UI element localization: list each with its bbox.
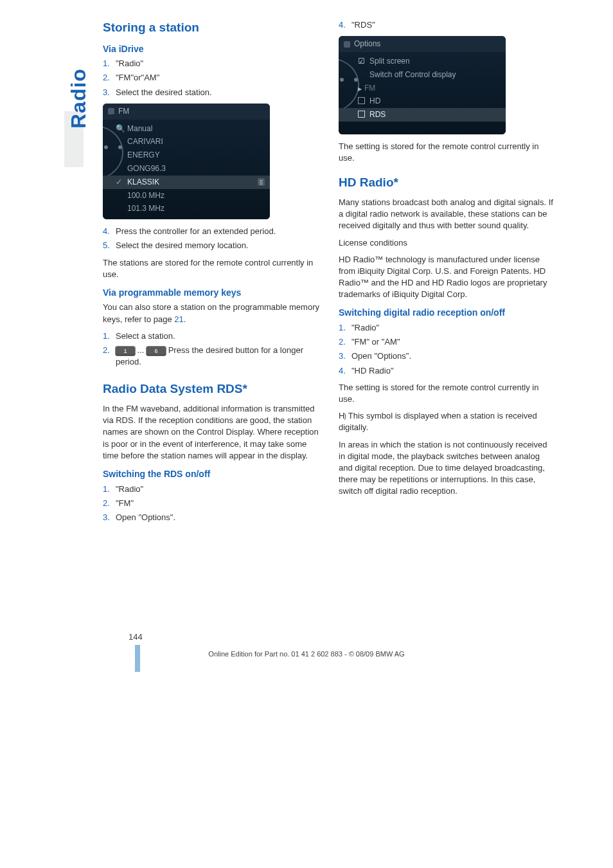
figure-row-fm: ▶FM xyxy=(339,82,506,95)
list-item: 1.Select a station. xyxy=(103,330,319,342)
figure-row-label: CARIVARI xyxy=(127,137,163,146)
figure-row-label: HD xyxy=(369,96,380,105)
figure-row-manual: 🔍Manual xyxy=(103,122,270,136)
step-number: 4. xyxy=(103,226,116,237)
figure-row: 101.3 MHz xyxy=(103,202,270,215)
step-number: 1. xyxy=(339,322,351,334)
step-text: Select a station. xyxy=(116,330,319,342)
figure-row-label: Split screen xyxy=(369,57,410,66)
memory-key-6-icon: 6 xyxy=(147,347,166,356)
step-number: 2. xyxy=(103,72,116,84)
antenna-icon xyxy=(108,108,114,114)
step-text: Select the desired memory location. xyxy=(116,240,319,251)
hd-p2: License conditions xyxy=(339,237,555,249)
side-tab: Radio xyxy=(64,68,93,129)
list-item: 1."Radio" xyxy=(103,484,319,495)
list-item: 5.Select the desired memory location. xyxy=(103,240,319,251)
gear-icon xyxy=(344,41,350,48)
step-number: 1. xyxy=(103,58,116,69)
step-number: 4. xyxy=(339,365,351,377)
list-item: 3.Open "Options". xyxy=(339,350,555,362)
figure-options-menu: Options ☑Split screen Switch off Control… xyxy=(339,36,506,134)
list-item: 3.Open "Options". xyxy=(103,512,319,523)
list-item: 2. 1 ... 6 Press the desired button for … xyxy=(103,345,319,368)
fig2-after: The setting is stored for the remote con… xyxy=(339,141,555,164)
figure-row-label: Switch off Control display xyxy=(369,70,456,79)
list-item: 4.Press the controller for an extended p… xyxy=(103,226,319,237)
hd-icon-line: H)This symbol is displayed when a statio… xyxy=(339,410,555,433)
sd-icon: ▯ xyxy=(258,178,265,186)
figure-row-label: 101.3 MHz xyxy=(127,204,164,213)
step-text: 1 ... 6 Press the desired button for a l… xyxy=(116,345,319,368)
list-item: 4."RDS" xyxy=(339,19,555,31)
ellipsis: ... xyxy=(135,345,147,355)
list-item: 2."FM" xyxy=(103,498,319,509)
checked-box-icon: ☑ xyxy=(358,56,365,67)
step-number: 3. xyxy=(103,512,116,523)
figure-row: CARIVARI xyxy=(103,135,270,149)
figure-row-split-screen: ☑Split screen xyxy=(339,55,506,68)
hd-after2: In areas in which the station is not con… xyxy=(339,439,555,498)
triangle-right-icon: ▶ xyxy=(358,86,362,92)
step-text: "Radio" xyxy=(116,484,319,495)
figure-row-hd: HD xyxy=(339,95,506,108)
figure-row-selected: ✓KLASSIK▯ xyxy=(103,176,270,189)
figure-row: Switch off Control display xyxy=(339,68,506,82)
hd-after1: The setting is stored for the remote con… xyxy=(339,382,555,405)
hd-p1: Many stations broadcast both analog and … xyxy=(339,197,555,232)
figure-header: Options xyxy=(339,36,506,52)
rds-intro: In the FM waveband, additional informati… xyxy=(103,403,319,462)
heading-hd-radio: HD Radio* xyxy=(339,174,555,192)
prog-intro: You can also store a station on the prog… xyxy=(103,302,319,325)
page-reference-link[interactable]: 21 xyxy=(174,314,183,324)
list-item: 3.Select the desired station. xyxy=(103,87,319,98)
magnifier-icon: 🔍 xyxy=(116,123,125,134)
figure-row-label: Manual xyxy=(127,124,152,133)
list-item: 2."FM" or "AM" xyxy=(339,336,555,348)
step-text: Open "Options". xyxy=(116,512,319,523)
step-number: 3. xyxy=(103,87,116,98)
step-text: "FM"or"AM" xyxy=(116,72,319,84)
list-item: 1."Radio" xyxy=(339,322,555,334)
idrive-after-text: The stations are stored for the remote c… xyxy=(103,257,319,280)
idrive-steps-b: 4.Press the controller for an extended p… xyxy=(103,226,319,251)
page: Radio Storing a station Via iDrive 1."Ra… xyxy=(0,0,613,868)
heading-rds-switch: Switching the RDS on/off xyxy=(103,468,319,481)
figure-fm-station-list: FM 🔍Manual CARIVARI ENERGY GONG96.3 ✓KLA… xyxy=(103,104,270,219)
step-text: "FM" xyxy=(116,498,319,509)
figure-row: 100.0 MHz xyxy=(103,189,270,203)
step-number: 2. xyxy=(103,345,116,356)
idrive-steps-a: 1."Radio" 2."FM"or"AM" 3.Select the desi… xyxy=(103,58,319,98)
step-number: 4. xyxy=(339,19,351,31)
check-icon: ✓ xyxy=(116,177,122,188)
hd-p3: HD Radio™ technology is manufactured und… xyxy=(339,254,555,301)
memory-key-1-icon: 1 xyxy=(116,347,135,356)
left-column: Storing a station Via iDrive 1."Radio" 2… xyxy=(103,19,319,579)
footer-text: Online Edition for Part no. 01 41 2 602 … xyxy=(0,649,613,659)
heading-via-idrive: Via iDrive xyxy=(103,43,319,56)
hd-steps: 1."Radio" 2."FM" or "AM" 3.Open "Options… xyxy=(339,322,555,377)
step-number: 1. xyxy=(103,484,116,495)
step-text: "Radio" xyxy=(351,322,555,334)
figure-body: ☑Split screen Switch off Control display… xyxy=(339,52,506,134)
prog-intro-a: You can also store a station on the prog… xyxy=(103,302,319,323)
heading-programmable-keys: Via programmable memory keys xyxy=(103,287,319,300)
step-number: 3. xyxy=(339,350,351,362)
figure-row-label: GONG96.3 xyxy=(127,164,166,173)
right-column: 4."RDS" Options ☑Split screen Switch off… xyxy=(339,19,555,579)
heading-rds: Radio Data System RDS* xyxy=(103,381,319,398)
list-item: 2."FM"or"AM" xyxy=(103,72,319,84)
figure-header-label: Options xyxy=(354,39,380,50)
rds-step-4: 4."RDS" xyxy=(339,19,555,31)
step-text: Select the desired station. xyxy=(116,87,319,98)
figure-row-label: ENERGY xyxy=(127,150,160,159)
page-number: 144 xyxy=(129,631,143,643)
figure-row-rds-selected: RDS xyxy=(339,108,506,122)
figure-row-label: KLASSIK xyxy=(127,177,159,188)
step-text: "RDS" xyxy=(351,19,555,31)
step-number: 5. xyxy=(103,240,116,251)
figure-row-label: RDS xyxy=(369,109,386,120)
figure-row-label: FM xyxy=(364,84,375,93)
step-number: 1. xyxy=(103,330,116,342)
list-item: 1."Radio" xyxy=(103,58,319,69)
